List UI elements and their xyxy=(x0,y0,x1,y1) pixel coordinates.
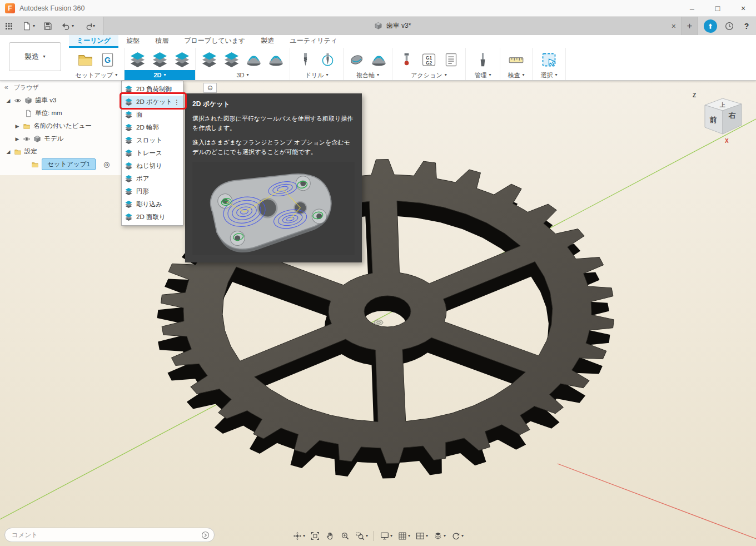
collapse-panel-icon[interactable]: « xyxy=(4,83,8,91)
app-launcher-button[interactable] xyxy=(0,17,18,35)
2d-adaptive-icon[interactable] xyxy=(129,51,146,68)
drill-dropdown[interactable]: ドリル▾ xyxy=(290,70,343,80)
comment-input[interactable] xyxy=(12,532,201,538)
collapse-tooltip-icon[interactable]: ⊖ xyxy=(203,83,217,93)
browser-item-label[interactable]: 設定 xyxy=(24,147,37,156)
close-document-icon[interactable]: × xyxy=(672,17,676,35)
app-grid-icon xyxy=(4,21,14,31)
display-settings-button[interactable]: ▾ xyxy=(377,529,395,543)
tab-fabrication[interactable]: 製造 xyxy=(253,35,282,48)
browser-item-named-views[interactable]: ▶ 名前の付いたビュー xyxy=(0,120,127,132)
menu-item-2d-chamfer[interactable]: 2D 面取り xyxy=(122,211,183,224)
menu-item-2d-contour[interactable]: 2D 輪郭 xyxy=(122,121,183,134)
browser-item-label[interactable]: モデル xyxy=(44,135,63,143)
multiaxis-contour-icon[interactable] xyxy=(370,51,387,68)
document-icon xyxy=(24,110,32,117)
visibility-eye-icon[interactable] xyxy=(14,97,22,105)
expand-icon[interactable]: ◢ xyxy=(6,149,11,155)
refresh-button[interactable]: ▾ xyxy=(449,529,466,543)
visibility-eye-icon[interactable] xyxy=(23,135,31,143)
help-button[interactable]: ? xyxy=(737,17,756,35)
overflow-menu-icon[interactable]: ⋮ xyxy=(173,98,180,106)
viewcube[interactable]: Z 前 右 上 X xyxy=(688,90,753,145)
pan-button[interactable] xyxy=(323,529,337,543)
grid-settings-button[interactable]: ▾ xyxy=(395,529,412,543)
group-inspect: 検査▾ xyxy=(500,48,533,80)
browser-item-document[interactable]: ◢ 歯車 v3 xyxy=(0,94,127,107)
new-document-tab-button[interactable]: + xyxy=(682,17,698,35)
browser-item-label[interactable]: 名前の付いたビュー xyxy=(33,122,92,130)
menu-item-bore[interactable]: ボア xyxy=(122,172,183,185)
menu-item-face[interactable]: 面 xyxy=(122,108,183,121)
zoom-button[interactable] xyxy=(338,529,352,543)
menu-item-engrave[interactable]: 彫り込み xyxy=(122,198,183,211)
selection-tool-icon[interactable] xyxy=(540,51,558,68)
browser-item-setup1[interactable]: セットアップ1 ◎ xyxy=(0,158,127,171)
document-cube-icon xyxy=(374,22,382,30)
tab-utilities[interactable]: ユーティリティ xyxy=(282,35,345,48)
3d-dropdown[interactable]: 3D▾ xyxy=(196,70,290,80)
tab-additive[interactable]: 積層 xyxy=(147,35,176,48)
tab-probing[interactable]: プローブしています xyxy=(176,35,253,48)
menu-item-circular[interactable]: 円形 xyxy=(122,185,183,198)
fit-button[interactable] xyxy=(308,529,322,543)
menu-item-trace[interactable]: トレース xyxy=(122,147,183,160)
close-button[interactable]: × xyxy=(730,0,756,16)
3d-adaptive-icon[interactable] xyxy=(201,51,218,68)
nc-program-icon[interactable] xyxy=(99,51,116,68)
caret-right-icon[interactable]: ▶ xyxy=(14,123,20,129)
menu-item-2d-adaptive[interactable]: 2D 負荷制御 xyxy=(122,83,183,96)
tab-turning[interactable]: 旋盤 xyxy=(118,35,147,48)
menu-item-thread[interactable]: ねじ切り xyxy=(122,160,183,172)
viewports-button[interactable]: ▾ xyxy=(413,529,430,543)
active-setup-radio-icon[interactable]: ◎ xyxy=(103,160,110,168)
tool-library-icon[interactable] xyxy=(474,51,491,68)
recent-activity-icon[interactable] xyxy=(720,17,737,35)
undo-button[interactable]: ▾ xyxy=(57,17,78,35)
orbit-button[interactable]: ▾ xyxy=(290,529,307,543)
setup-sheet-icon[interactable] xyxy=(442,51,460,68)
file-menu-button[interactable]: ▾ xyxy=(18,17,39,35)
2d-dropdown[interactable]: 2D▾ xyxy=(125,70,195,80)
actions-dropdown[interactable]: アクション▾ xyxy=(392,70,465,80)
document-tab[interactable]: 歯車 v3* × xyxy=(103,17,682,35)
browser-item-units[interactable]: 単位: mm xyxy=(0,107,127,120)
maximize-button[interactable]: □ xyxy=(705,0,730,16)
expand-comment-icon[interactable] xyxy=(201,531,210,539)
select-dropdown[interactable]: 選択▾ xyxy=(533,70,565,80)
inspect-dropdown[interactable]: 検査▾ xyxy=(500,70,532,80)
browser-item-label[interactable]: 単位: mm xyxy=(35,109,62,117)
swarf-icon[interactable] xyxy=(348,51,365,68)
tab-milling[interactable]: ミーリング xyxy=(69,35,118,48)
2d-face-icon[interactable] xyxy=(173,51,191,68)
model-viewport[interactable]: « ブラウザ ◢ 歯車 v3 単位: mm ▶ 名前の付いたビュー ▶ xyxy=(0,81,756,546)
new-setup-icon[interactable] xyxy=(77,51,94,68)
zoom-window-button[interactable]: ▾ xyxy=(353,529,370,543)
2d-pocket-icon[interactable] xyxy=(151,51,168,68)
drill-icon[interactable] xyxy=(297,51,314,68)
expand-icon[interactable]: ◢ xyxy=(6,98,11,103)
browser-item-label[interactable]: 歯車 v3 xyxy=(35,96,56,105)
bore-icon[interactable] xyxy=(319,51,336,68)
multiaxis-dropdown[interactable]: 複合軸▾ xyxy=(344,70,392,80)
caret-right-icon[interactable]: ▶ xyxy=(14,136,20,142)
3d-contour-icon[interactable] xyxy=(245,51,262,68)
3d-pocket-icon[interactable] xyxy=(223,51,240,68)
save-button[interactable] xyxy=(39,17,57,35)
setup-dropdown[interactable]: セットアップ▾ xyxy=(69,70,124,80)
measure-icon[interactable] xyxy=(508,51,525,68)
browser-item-settings[interactable]: ◢ 設定 xyxy=(0,145,127,158)
visual-style-button[interactable]: ▾ xyxy=(431,529,448,543)
workspace-selector[interactable]: 製造 ▾ xyxy=(9,42,61,71)
menu-item-slot[interactable]: スロット xyxy=(122,134,183,147)
browser-item-model[interactable]: ▶ モデル xyxy=(0,132,127,145)
selected-setup-badge[interactable]: セットアップ1 xyxy=(42,158,96,170)
minimize-button[interactable]: – xyxy=(679,0,705,16)
manage-dropdown[interactable]: 管理▾ xyxy=(466,70,500,80)
redo-button[interactable]: ▾ xyxy=(78,17,99,35)
post-process-icon[interactable] xyxy=(420,51,437,68)
job-status-icon[interactable] xyxy=(704,19,717,33)
3d-spiral-icon[interactable] xyxy=(267,51,285,68)
menu-item-2d-pocket[interactable]: 2D ポケット⋮ xyxy=(122,96,183,108)
simulate-icon[interactable] xyxy=(398,51,415,68)
